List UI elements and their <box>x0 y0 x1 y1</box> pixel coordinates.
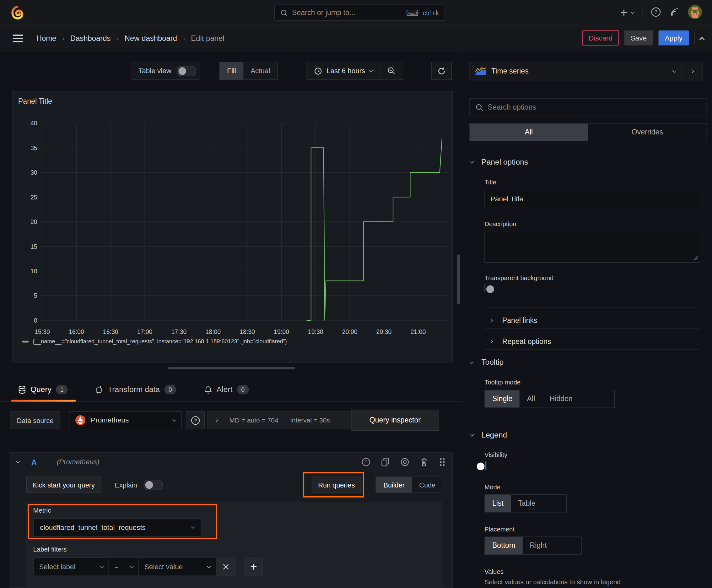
legend-mode-list[interactable]: List <box>485 495 511 512</box>
select-value-dropdown[interactable]: Select value <box>139 558 216 576</box>
tab-alert-label: Alert <box>217 385 233 394</box>
panel-links-header[interactable]: Panel links <box>490 314 537 327</box>
grafana-logo[interactable] <box>10 5 24 22</box>
search-options-placeholder: Search options <box>488 103 536 111</box>
tab-query[interactable]: Query 1 <box>11 378 76 401</box>
breadcrumb-new-dashboard[interactable]: New dashboard <box>125 34 177 42</box>
description-textarea[interactable] <box>484 232 700 262</box>
apply-button[interactable]: Apply <box>659 30 689 45</box>
y-tick-label: 20 <box>30 218 37 225</box>
resize-handle-icon[interactable] <box>693 256 698 260</box>
global-search[interactable]: Search or jump to... ⌨ ctrl+k <box>274 4 445 21</box>
legend-mode-table[interactable]: Table <box>511 495 543 512</box>
legend-visibility-toggle[interactable] <box>486 461 486 469</box>
legend-placement-right[interactable]: Right <box>522 537 554 554</box>
time-range-control: Last 6 hours <box>306 62 404 80</box>
actual-option[interactable]: Actual <box>243 62 278 80</box>
tooltip-header[interactable]: Tooltip <box>470 358 503 367</box>
search-options-field[interactable]: Search options <box>469 98 707 116</box>
legend-series-label[interactable]: {__name__="cloudflared_tunnel_total_requ… <box>33 339 287 345</box>
drag-handle-icon[interactable] <box>438 458 446 467</box>
editor-tabs: Query 1 Transform data 0 Alert 0 <box>0 378 463 401</box>
time-range-picker[interactable]: Last 6 hours <box>307 62 380 80</box>
select-label-placeholder: Select label <box>39 563 96 571</box>
divider <box>484 349 700 350</box>
kick-start-query-button[interactable]: Kick start your query <box>26 477 101 493</box>
panel-title-input[interactable] <box>484 190 700 208</box>
table-view-toggle[interactable] <box>177 66 196 76</box>
tab-alert[interactable]: Alert 0 <box>198 378 255 401</box>
operator-dropdown[interactable]: = <box>109 558 139 576</box>
prometheus-icon <box>75 415 86 426</box>
breadcrumb-home[interactable]: Home <box>37 34 57 42</box>
fill-option[interactable]: Fill <box>220 62 243 80</box>
visualization-name: Time series <box>491 67 667 75</box>
time-series-chart[interactable]: 051015202530354015:3016:0016:3017:0017:3… <box>16 113 452 340</box>
query-row-header[interactable]: A (Prometheus) ? <box>10 453 452 472</box>
code-option[interactable]: Code <box>412 477 443 492</box>
query-options-bar[interactable]: MD = auto = 704 Interval = 30s <box>207 411 359 429</box>
visualization-picker[interactable]: Time series <box>470 62 682 80</box>
table-view-label: Table view <box>138 67 171 75</box>
query-help-icon[interactable]: ? <box>361 458 370 467</box>
tooltip-mode-all[interactable]: All <box>520 390 542 407</box>
legend-header[interactable]: Legend <box>470 430 507 440</box>
metric-select[interactable]: cloudflared_tunnel_total_requests <box>33 518 201 537</box>
explain-toggle[interactable] <box>144 480 163 490</box>
panel-title[interactable]: Panel Title <box>18 97 52 106</box>
vertical-scrollbar[interactable] <box>457 254 460 304</box>
add-new-button[interactable] <box>620 8 634 17</box>
delete-query-icon[interactable] <box>420 458 428 467</box>
chart-legend: {__name__="cloudflared_tunnel_total_requ… <box>22 339 287 345</box>
refresh-button[interactable] <box>431 62 452 80</box>
query-inspector-button[interactable]: Query inspector <box>351 410 439 431</box>
x-tick-label: 18:30 <box>239 328 255 335</box>
add-filter-button[interactable] <box>244 558 263 576</box>
user-avatar[interactable] <box>688 5 702 21</box>
collapse-pane-icon[interactable] <box>699 37 705 42</box>
legend-placement-bottom[interactable]: Bottom <box>485 537 523 554</box>
discard-button[interactable]: Discard <box>582 30 619 45</box>
datasource-picker[interactable]: Prometheus <box>69 411 182 429</box>
help-icon: ? <box>191 416 200 425</box>
database-icon <box>18 385 26 394</box>
save-button[interactable]: Save <box>624 30 653 45</box>
repeat-options-header[interactable]: Repeat options <box>490 335 551 348</box>
collapse-query-icon <box>16 460 20 463</box>
tooltip-mode-single[interactable]: Single <box>485 390 520 407</box>
zoom-out-button[interactable] <box>380 62 403 80</box>
horizontal-scrollbar[interactable] <box>168 367 295 370</box>
duplicate-query-icon[interactable] <box>381 458 390 467</box>
label-filters-label: Label filters <box>33 546 67 553</box>
repeat-options-title: Repeat options <box>502 338 551 346</box>
tab-transform[interactable]: Transform data 0 <box>88 378 182 401</box>
help-button[interactable]: ? <box>651 6 661 19</box>
toggle-visibility-icon[interactable] <box>400 458 409 467</box>
toggle-viz-picker-button[interactable] <box>682 62 702 80</box>
breadcrumb-dashboards[interactable]: Dashboards <box>70 34 111 42</box>
x-tick-label: 17:30 <box>171 328 187 335</box>
datasource-help-button[interactable]: ? <box>186 411 205 429</box>
transparent-bg-toggle[interactable] <box>484 284 486 292</box>
menu-toggle[interactable] <box>13 35 23 44</box>
filter-tab-overrides[interactable]: Overrides <box>588 123 707 141</box>
breadcrumb-separator: › <box>62 35 64 42</box>
avatar-image <box>688 5 702 19</box>
builder-option[interactable]: Builder <box>376 477 412 492</box>
breadcrumb: Home › Dashboards › New dashboard › Edit… <box>37 25 224 51</box>
tooltip-mode-hidden[interactable]: Hidden <box>542 390 580 407</box>
news-button[interactable] <box>669 6 679 19</box>
svg-text:?: ? <box>365 460 367 465</box>
filter-tab-all[interactable]: All <box>470 123 588 141</box>
clock-icon <box>314 67 322 75</box>
breadcrumb-separator: › <box>183 35 185 42</box>
legend-series-swatch[interactable] <box>22 341 28 343</box>
chevron-right-icon <box>690 69 694 73</box>
select-label-dropdown[interactable]: Select label <box>33 558 109 576</box>
remove-filter-button[interactable] <box>216 558 235 576</box>
transform-icon <box>95 385 103 394</box>
bell-icon <box>204 385 212 394</box>
query-ref-id[interactable]: A <box>31 458 37 466</box>
panel-options-header[interactable]: Panel options <box>470 158 528 167</box>
explain-label: Explain <box>115 481 137 489</box>
